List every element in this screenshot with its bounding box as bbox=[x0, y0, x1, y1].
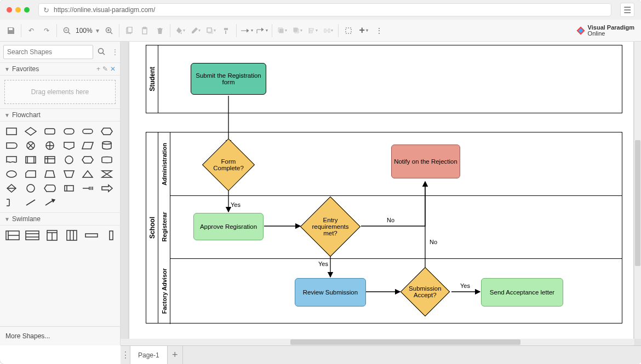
shape-terminator-icon[interactable] bbox=[62, 126, 76, 137]
maximize-window-icon[interactable] bbox=[24, 7, 30, 13]
lane-registrar-header[interactable]: Registerar bbox=[158, 195, 170, 258]
swimlane-panel-header[interactable]: ▼ Swimlane bbox=[0, 212, 120, 226]
shape-line-icon[interactable] bbox=[24, 197, 38, 208]
shape-arrowline-icon[interactable] bbox=[43, 197, 57, 208]
shape-card-icon[interactable] bbox=[24, 169, 38, 180]
shape-trapezoid2-icon[interactable] bbox=[62, 169, 76, 180]
shape-doc-icon[interactable] bbox=[4, 154, 19, 165]
svg-rect-82 bbox=[110, 231, 113, 240]
shape-ellipse-icon[interactable] bbox=[4, 169, 19, 180]
shape-trapezoid-icon[interactable] bbox=[43, 169, 57, 180]
shape-connector-icon[interactable] bbox=[24, 183, 38, 194]
format-paint-icon[interactable] bbox=[219, 23, 234, 38]
favorites-panel-header[interactable]: ▼ Favorites + ✎ ✕ bbox=[0, 62, 120, 76]
undo-icon[interactable]: ↶ bbox=[24, 23, 39, 38]
search-shapes-input[interactable] bbox=[3, 45, 93, 59]
zoom-level[interactable]: 100% bbox=[75, 27, 94, 34]
scrollbar-thumb[interactable] bbox=[635, 140, 640, 266]
shape-plus-circle-icon[interactable] bbox=[43, 140, 57, 151]
selection-icon[interactable] bbox=[341, 23, 356, 38]
search-icon[interactable] bbox=[95, 45, 107, 59]
shape-diamond-icon[interactable] bbox=[24, 126, 38, 137]
redo-icon[interactable]: ↷ bbox=[39, 23, 54, 38]
align-icon[interactable]: ▾ bbox=[305, 23, 321, 38]
shape-circle-icon[interactable] bbox=[62, 154, 76, 165]
add-favorite-icon[interactable]: + bbox=[96, 65, 100, 73]
swimlane-h1-icon[interactable] bbox=[5, 230, 20, 241]
shadow-icon[interactable]: ▾ bbox=[203, 23, 219, 38]
shape-parallelogram-icon[interactable] bbox=[81, 140, 95, 151]
shape-predefined-icon[interactable] bbox=[24, 154, 38, 165]
close-window-icon[interactable] bbox=[7, 7, 12, 13]
pencil-icon[interactable]: ▾ bbox=[188, 23, 203, 38]
shape-bracket-icon[interactable] bbox=[4, 197, 19, 208]
flowchart-panel-header[interactable]: ▼ Flowchart bbox=[0, 108, 120, 122]
shape-rounded-icon[interactable] bbox=[43, 126, 57, 137]
lane-admin-header[interactable]: Administration bbox=[158, 132, 170, 195]
sidebar-more-icon[interactable]: ⋮ bbox=[110, 46, 121, 58]
send-back-icon[interactable]: ▾ bbox=[290, 23, 305, 38]
pool-school-header[interactable]: School bbox=[146, 132, 158, 323]
shape-arrow-icon[interactable] bbox=[100, 183, 114, 194]
zoom-out-icon[interactable] bbox=[59, 23, 75, 38]
more-shapes-link[interactable]: More Shapes... bbox=[0, 326, 120, 345]
edit-favorite-icon[interactable]: ✎ bbox=[102, 65, 108, 73]
distribute-icon[interactable]: ▾ bbox=[321, 23, 336, 38]
shape-curved-rect-icon[interactable] bbox=[100, 154, 114, 165]
bring-front-icon[interactable]: ▾ bbox=[274, 23, 290, 38]
add-icon[interactable]: +▾ bbox=[356, 23, 371, 38]
shape-crossed-circle-icon[interactable] bbox=[24, 140, 38, 151]
shape-stadium-icon[interactable] bbox=[81, 126, 95, 137]
canvas-viewport[interactable]: Student School Administration Registerar bbox=[121, 42, 641, 345]
shape-collate-icon[interactable] bbox=[100, 169, 114, 180]
tab-page-1[interactable]: Page-1 bbox=[130, 346, 168, 365]
horizontal-scrollbar[interactable] bbox=[121, 339, 634, 345]
swimlane-v2-icon[interactable] bbox=[65, 230, 79, 241]
minimize-window-icon[interactable] bbox=[15, 7, 21, 13]
shape-merge-icon[interactable] bbox=[81, 183, 95, 194]
shape-stored-icon[interactable] bbox=[62, 183, 76, 194]
swimlane-h2-icon[interactable] bbox=[25, 230, 39, 241]
shape-sort-icon[interactable] bbox=[4, 183, 19, 194]
copy-icon[interactable] bbox=[122, 23, 137, 38]
save-icon[interactable] bbox=[3, 23, 19, 38]
pool-student-header[interactable]: Student bbox=[146, 45, 158, 113]
favorites-drop-zone[interactable]: Drag elements here bbox=[4, 80, 116, 104]
url-bar[interactable]: ↻ https://online.visual-paradigm.com/ bbox=[38, 3, 611, 16]
zoom-dropdown-icon[interactable]: ▾ bbox=[94, 23, 101, 38]
delete-icon[interactable] bbox=[152, 23, 168, 38]
connector-elbow-icon[interactable]: ▾ bbox=[254, 23, 270, 38]
close-favorite-icon[interactable]: ✕ bbox=[110, 65, 116, 73]
lane-advisor-header[interactable]: Factory Advisor bbox=[158, 258, 170, 324]
shape-offpage-icon[interactable] bbox=[62, 140, 76, 151]
paste-icon[interactable] bbox=[137, 23, 152, 38]
swimlane-lane-v-icon[interactable] bbox=[104, 230, 118, 241]
swimlane-lane-h-icon[interactable] bbox=[84, 230, 99, 241]
fill-icon[interactable]: ▾ bbox=[173, 23, 188, 38]
node-review[interactable]: Review Submission bbox=[295, 278, 366, 307]
shape-pill-icon[interactable] bbox=[4, 140, 19, 151]
shape-loop-icon[interactable] bbox=[81, 154, 95, 165]
shape-triangle-icon[interactable] bbox=[81, 169, 95, 180]
tab-menu-icon[interactable]: ⋮ bbox=[121, 346, 130, 365]
scrollbar-thumb[interactable] bbox=[290, 339, 520, 345]
more-icon[interactable]: ⋮ bbox=[371, 23, 387, 38]
window-controls[interactable] bbox=[7, 7, 30, 13]
swimlane-v1-icon[interactable] bbox=[45, 230, 59, 241]
add-page-icon[interactable]: + bbox=[168, 346, 183, 365]
shape-cylinder-icon[interactable] bbox=[100, 140, 114, 151]
shape-display-icon[interactable] bbox=[43, 183, 57, 194]
menu-icon[interactable]: ☰ bbox=[620, 3, 634, 17]
diagram-paper[interactable]: Student School Administration Registerar bbox=[129, 42, 633, 345]
shape-internal-icon[interactable] bbox=[43, 154, 57, 165]
node-submit[interactable]: Submit the Registration form bbox=[191, 63, 266, 95]
node-approve[interactable]: Approve Regisration bbox=[193, 213, 264, 240]
shape-rect-icon[interactable] bbox=[4, 126, 19, 137]
vertical-scrollbar[interactable] bbox=[634, 42, 641, 339]
zoom-in-icon[interactable] bbox=[101, 23, 117, 38]
connector-straight-icon[interactable]: ▾ bbox=[239, 23, 254, 38]
node-notify[interactable]: Notify on the Rejection bbox=[391, 145, 460, 178]
shape-hexagon-icon[interactable] bbox=[100, 126, 114, 137]
node-send-acceptance[interactable]: Send Acceptance letter bbox=[481, 278, 563, 307]
refresh-icon[interactable]: ↻ bbox=[43, 6, 49, 14]
